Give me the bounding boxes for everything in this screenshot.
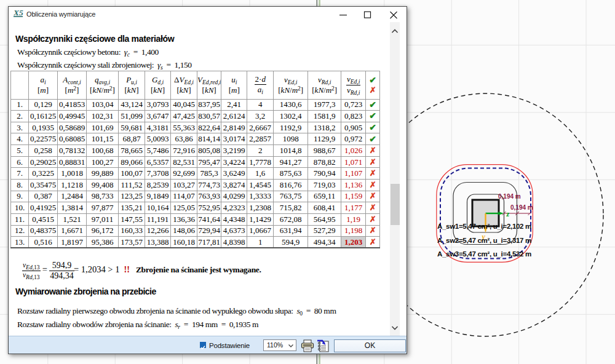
svg-text:X5: X5 xyxy=(14,8,23,17)
svg-text:z: z xyxy=(506,210,510,218)
